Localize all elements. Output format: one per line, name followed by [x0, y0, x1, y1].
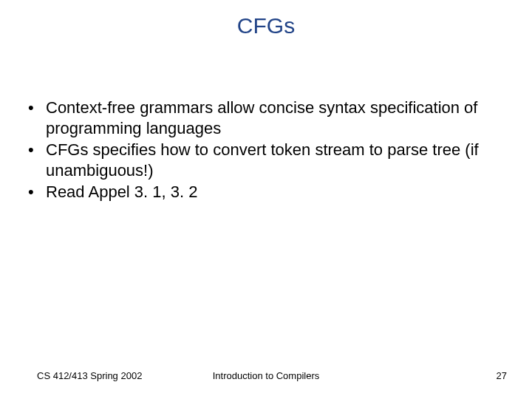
bullet-item: Read Appel 3. 1, 3. 2 — [22, 182, 510, 202]
bullet-item: CFGs specifies how to convert token stre… — [22, 140, 510, 180]
slide: CFGs Context-free grammars allow concise… — [0, 0, 532, 399]
bullet-item: Context-free grammars allow concise synt… — [22, 98, 510, 138]
footer-page-number: 27 — [497, 370, 507, 381]
slide-content: Context-free grammars allow concise synt… — [22, 98, 510, 204]
footer-title: Introduction to Compilers — [0, 370, 532, 381]
slide-title: CFGs — [0, 0, 532, 38]
bullet-list: Context-free grammars allow concise synt… — [22, 98, 510, 202]
